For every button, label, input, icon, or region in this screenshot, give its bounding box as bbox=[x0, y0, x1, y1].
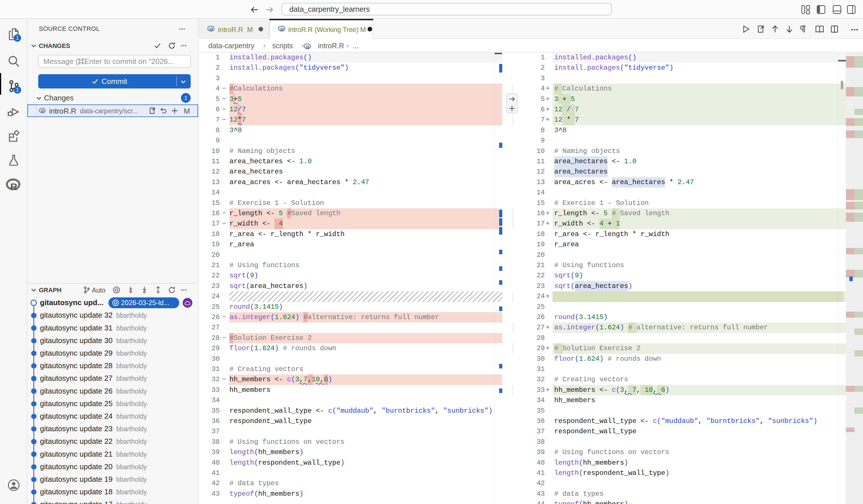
svg-text:R: R bbox=[306, 45, 309, 50]
svg-text:R: R bbox=[41, 109, 44, 114]
svg-text:R: R bbox=[280, 27, 284, 33]
svg-text:R: R bbox=[10, 181, 17, 192]
svg-text:R: R bbox=[210, 27, 213, 33]
